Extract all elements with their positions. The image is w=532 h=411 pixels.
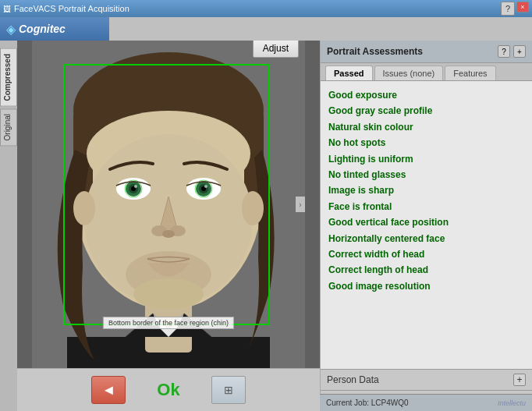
- back-button[interactable]: ◄: [91, 376, 126, 404]
- edge-arrow[interactable]: ›: [296, 197, 305, 212]
- tab-passed[interactable]: Passed: [325, 66, 373, 80]
- logo-icon: ◈: [6, 22, 16, 37]
- tab-features[interactable]: Features: [445, 66, 495, 80]
- assessment-no-tinted: No tinted glasses: [328, 167, 524, 182]
- tab-compressed[interactable]: Compressed: [0, 48, 17, 107]
- app-icon: 🖼: [3, 5, 11, 13]
- assessment-good-exposure: Good exposure: [328, 87, 524, 103]
- assessment-skin-colour: Natural skin colour: [328, 119, 524, 135]
- logo-area: ◈ Cognitec: [0, 17, 109, 41]
- person-data-expand-button[interactable]: +: [513, 374, 526, 386]
- assessment-gray-scale: Good gray scale profile: [328, 103, 524, 119]
- main-container: Compressed Original: [0, 17, 532, 411]
- right-panel: Portrait Assessments ? + Passed Issues (…: [320, 41, 532, 411]
- assessment-correct-length: Correct length of head: [328, 262, 524, 278]
- title-bar-label: FaceVACS Portrait Acquisition: [14, 4, 129, 13]
- current-job-label: Current Job: LCP4WQ0: [326, 399, 409, 407]
- assessment-sharp: Image is sharp: [328, 182, 524, 198]
- close-button[interactable]: ×: [516, 2, 529, 12]
- panel-help-button[interactable]: ?: [498, 45, 510, 58]
- assessment-vertical-position: Good vertical face position: [328, 214, 524, 230]
- help-button[interactable]: ?: [501, 2, 515, 16]
- assessment-frontal: Face is frontal: [328, 199, 524, 214]
- assessment-lighting: Lighting is uniform: [328, 151, 524, 167]
- svg-point-28: [133, 278, 204, 310]
- monitor-button[interactable]: ⊞: [211, 376, 246, 404]
- ok-label: Ok: [157, 380, 179, 400]
- title-bar-controls: ? ×: [501, 2, 529, 16]
- panel-header: Portrait Assessments ? +: [321, 41, 532, 63]
- assessment-centered: Horizontally centered face: [328, 231, 524, 246]
- person-data-section: Person Data +: [321, 369, 532, 390]
- svg-point-10: [73, 191, 95, 225]
- assessment-list: Good exposure Good gray scale profile Na…: [321, 81, 532, 369]
- svg-point-26: [162, 230, 175, 238]
- adjust-button[interactable]: Adjust: [253, 41, 299, 58]
- svg-point-11: [242, 191, 264, 225]
- header-controls: ? +: [498, 45, 526, 58]
- face-tooltip: Bottom border of the face region (chin): [103, 317, 234, 329]
- watermark: Intellectu: [498, 399, 526, 407]
- title-bar-left: 🖼 FaceVACS Portrait Acquisition: [3, 4, 129, 13]
- assessment-no-hot-spots: No hot spots: [328, 135, 524, 151]
- title-bar: 🖼 FaceVACS Portrait Acquisition ? ×: [0, 0, 532, 17]
- face-image: Bottom border of the face region (chin) …: [32, 41, 305, 368]
- image-area: Bottom border of the face region (chin) …: [17, 41, 320, 368]
- svg-point-16: [134, 185, 137, 188]
- assessment-correct-width: Correct width of head: [328, 246, 524, 262]
- bottom-controls: ◄ Ok ⊞: [17, 368, 320, 411]
- left-panel: Compressed Original: [0, 41, 320, 411]
- tab-issues[interactable]: Issues (none): [374, 66, 444, 80]
- tabs-bar: Passed Issues (none) Features: [321, 63, 532, 81]
- logo-text: Cognitec: [19, 23, 66, 35]
- tab-original[interactable]: Original: [0, 108, 17, 146]
- person-data-label: Person Data: [327, 374, 379, 385]
- assessment-image-resolution: Good image resolution: [328, 278, 524, 294]
- svg-point-22: [204, 185, 207, 188]
- status-bar: Current Job: LCP4WQ0 Intellectu: [320, 394, 532, 411]
- panel-title: Portrait Assessments: [327, 46, 423, 57]
- vertical-tabs: Compressed Original: [0, 41, 17, 411]
- panel-plus-button[interactable]: +: [513, 45, 526, 58]
